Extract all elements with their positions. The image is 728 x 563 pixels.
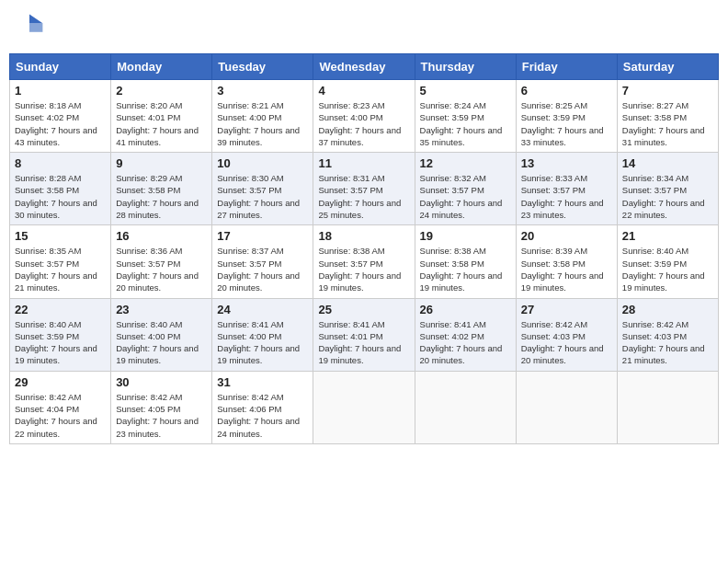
calendar-header-row: SundayMondayTuesdayWednesdayThursdayFrid… [10, 54, 719, 80]
day-cell-29: 29Sunrise: 8:42 AMSunset: 4:04 PMDayligh… [10, 371, 111, 443]
day-number: 10 [217, 156, 308, 170]
day-info: Sunrise: 8:28 AMSunset: 3:58 PMDaylight:… [15, 172, 106, 221]
day-info: Sunrise: 8:41 AMSunset: 4:01 PMDaylight:… [318, 318, 409, 367]
week-row-5: 29Sunrise: 8:42 AMSunset: 4:04 PMDayligh… [10, 371, 719, 443]
day-cell-23: 23Sunrise: 8:40 AMSunset: 4:00 PMDayligh… [111, 298, 212, 371]
empty-cell [617, 371, 718, 443]
day-info: Sunrise: 8:40 AMSunset: 3:59 PMDaylight:… [622, 245, 713, 293]
day-info: Sunrise: 8:29 AMSunset: 3:58 PMDaylight:… [116, 172, 207, 221]
day-cell-14: 14Sunrise: 8:34 AMSunset: 3:57 PMDayligh… [617, 153, 718, 225]
day-number: 11 [318, 156, 409, 170]
day-info: Sunrise: 8:42 AMSunset: 4:05 PMDaylight:… [116, 391, 207, 440]
day-cell-2: 2Sunrise: 8:20 AMSunset: 4:01 PMDaylight… [111, 80, 212, 153]
col-header-sunday: Sunday [10, 54, 111, 80]
day-info: Sunrise: 8:33 AMSunset: 3:57 PMDaylight:… [521, 172, 612, 221]
day-number: 4 [318, 84, 409, 98]
svg-marker-2 [29, 23, 42, 32]
day-info: Sunrise: 8:18 AMSunset: 4:02 PMDaylight:… [15, 99, 106, 148]
day-number: 25 [318, 303, 409, 316]
col-header-friday: Friday [516, 54, 617, 80]
day-number: 19 [420, 229, 511, 243]
day-cell-30: 30Sunrise: 8:42 AMSunset: 4:05 PMDayligh… [111, 371, 212, 443]
calendar-body: 1Sunrise: 8:18 AMSunset: 4:02 PMDaylight… [10, 80, 719, 444]
day-number: 3 [217, 84, 308, 98]
day-cell-8: 8Sunrise: 8:28 AMSunset: 3:58 PMDaylight… [10, 153, 111, 225]
day-info: Sunrise: 8:31 AMSunset: 3:57 PMDaylight:… [318, 172, 409, 221]
day-cell-7: 7Sunrise: 8:27 AMSunset: 3:58 PMDaylight… [617, 80, 718, 153]
day-info: Sunrise: 8:30 AMSunset: 3:57 PMDaylight:… [217, 172, 308, 221]
day-cell-22: 22Sunrise: 8:40 AMSunset: 3:59 PMDayligh… [10, 298, 111, 371]
day-info: Sunrise: 8:41 AMSunset: 4:02 PMDaylight:… [420, 318, 511, 367]
day-number: 20 [521, 229, 612, 243]
col-header-saturday: Saturday [617, 54, 718, 80]
day-number: 7 [622, 84, 713, 98]
day-cell-20: 20Sunrise: 8:39 AMSunset: 3:58 PMDayligh… [516, 225, 617, 298]
day-number: 17 [217, 229, 308, 243]
svg-marker-1 [29, 15, 42, 24]
calendar-table: SundayMondayTuesdayWednesdayThursdayFrid… [9, 53, 719, 444]
day-number: 14 [622, 156, 713, 170]
day-number: 24 [217, 303, 308, 316]
day-cell-25: 25Sunrise: 8:41 AMSunset: 4:01 PMDayligh… [313, 298, 415, 371]
day-cell-27: 27Sunrise: 8:42 AMSunset: 4:03 PMDayligh… [516, 298, 617, 371]
day-info: Sunrise: 8:21 AMSunset: 4:00 PMDaylight:… [217, 99, 308, 148]
week-row-3: 15Sunrise: 8:35 AMSunset: 3:57 PMDayligh… [10, 225, 719, 298]
day-number: 26 [420, 303, 511, 316]
col-header-tuesday: Tuesday [212, 54, 313, 80]
day-info: Sunrise: 8:35 AMSunset: 3:57 PMDaylight:… [15, 245, 106, 293]
day-number: 22 [15, 303, 106, 316]
empty-cell [516, 371, 617, 443]
day-info: Sunrise: 8:42 AMSunset: 4:03 PMDaylight:… [622, 318, 713, 367]
day-cell-12: 12Sunrise: 8:32 AMSunset: 3:57 PMDayligh… [415, 153, 516, 225]
day-number: 31 [217, 375, 308, 389]
day-info: Sunrise: 8:40 AMSunset: 3:59 PMDaylight:… [15, 318, 106, 367]
day-info: Sunrise: 8:41 AMSunset: 4:00 PMDaylight:… [217, 318, 308, 367]
week-row-2: 8Sunrise: 8:28 AMSunset: 3:58 PMDaylight… [10, 153, 719, 225]
day-number: 1 [15, 84, 106, 98]
day-info: Sunrise: 8:38 AMSunset: 3:57 PMDaylight:… [318, 245, 409, 293]
day-info: Sunrise: 8:39 AMSunset: 3:58 PMDaylight:… [521, 245, 612, 293]
day-cell-10: 10Sunrise: 8:30 AMSunset: 3:57 PMDayligh… [212, 153, 313, 225]
day-info: Sunrise: 8:24 AMSunset: 3:59 PMDaylight:… [420, 99, 511, 148]
day-info: Sunrise: 8:36 AMSunset: 3:57 PMDaylight:… [116, 245, 207, 293]
day-number: 8 [15, 156, 106, 170]
day-cell-5: 5Sunrise: 8:24 AMSunset: 3:59 PMDaylight… [415, 80, 516, 153]
day-number: 6 [521, 84, 612, 98]
day-info: Sunrise: 8:34 AMSunset: 3:57 PMDaylight:… [622, 172, 713, 221]
day-number: 9 [116, 156, 207, 170]
day-cell-4: 4Sunrise: 8:23 AMSunset: 4:00 PMDaylight… [313, 80, 415, 153]
col-header-wednesday: Wednesday [313, 54, 415, 80]
day-number: 28 [622, 303, 713, 316]
day-cell-15: 15Sunrise: 8:35 AMSunset: 3:57 PMDayligh… [10, 225, 111, 298]
day-cell-9: 9Sunrise: 8:29 AMSunset: 3:58 PMDaylight… [111, 153, 212, 225]
day-cell-28: 28Sunrise: 8:42 AMSunset: 4:03 PMDayligh… [617, 298, 718, 371]
day-number: 23 [116, 303, 207, 316]
day-number: 30 [116, 375, 207, 389]
empty-cell [313, 371, 415, 443]
day-cell-17: 17Sunrise: 8:37 AMSunset: 3:57 PMDayligh… [212, 225, 313, 298]
day-number: 15 [15, 229, 106, 243]
day-cell-31: 31Sunrise: 8:42 AMSunset: 4:06 PMDayligh… [212, 371, 313, 443]
day-number: 13 [521, 156, 612, 170]
day-info: Sunrise: 8:38 AMSunset: 3:58 PMDaylight:… [420, 245, 511, 293]
page-header [9, 9, 719, 46]
day-info: Sunrise: 8:42 AMSunset: 4:04 PMDaylight:… [15, 391, 106, 440]
empty-cell [415, 371, 516, 443]
day-cell-16: 16Sunrise: 8:36 AMSunset: 3:57 PMDayligh… [111, 225, 212, 298]
day-number: 5 [420, 84, 511, 98]
col-header-monday: Monday [111, 54, 212, 80]
day-number: 27 [521, 303, 612, 316]
day-info: Sunrise: 8:42 AMSunset: 4:06 PMDaylight:… [217, 391, 308, 440]
day-cell-19: 19Sunrise: 8:38 AMSunset: 3:58 PMDayligh… [415, 225, 516, 298]
day-cell-13: 13Sunrise: 8:33 AMSunset: 3:57 PMDayligh… [516, 153, 617, 225]
day-number: 18 [318, 229, 409, 243]
day-number: 21 [622, 229, 713, 243]
day-info: Sunrise: 8:42 AMSunset: 4:03 PMDaylight:… [521, 318, 612, 367]
day-number: 2 [116, 84, 207, 98]
day-cell-18: 18Sunrise: 8:38 AMSunset: 3:57 PMDayligh… [313, 225, 415, 298]
week-row-4: 22Sunrise: 8:40 AMSunset: 3:59 PMDayligh… [10, 298, 719, 371]
day-cell-1: 1Sunrise: 8:18 AMSunset: 4:02 PMDaylight… [10, 80, 111, 153]
day-number: 16 [116, 229, 207, 243]
week-row-1: 1Sunrise: 8:18 AMSunset: 4:02 PMDaylight… [10, 80, 719, 153]
day-info: Sunrise: 8:25 AMSunset: 3:59 PMDaylight:… [521, 99, 612, 148]
